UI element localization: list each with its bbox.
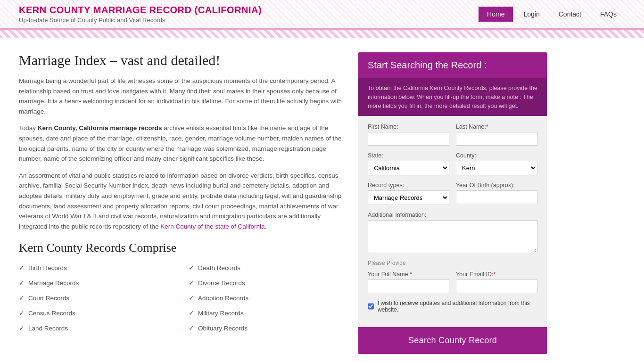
record-land-label: Land Records — [28, 325, 68, 332]
site-subtitle: Up-to-date Source of County Public and V… — [19, 16, 262, 24]
nav-contact[interactable]: Contact — [550, 7, 590, 22]
record-military: ✓ Military Records — [189, 307, 344, 319]
main-nav: Home Login Contact FAQs — [479, 7, 625, 22]
record-court: ✓ Court Records — [19, 292, 174, 304]
state-select[interactable]: California Alaska Arizona Colorado Nevad… — [368, 161, 449, 175]
record-death-label: Death Records — [198, 264, 240, 272]
record-adoption: ✓ Adoption Records — [189, 292, 344, 304]
form-row-contact: Your Full Name:* Your Email ID:* — [368, 271, 537, 293]
paragraph-2: Today Kern County, California marriage r… — [19, 123, 344, 164]
records-grid: ✓ Birth Records ✓ Death Records ✓ Marria… — [19, 262, 344, 334]
check-icon: ✓ — [189, 294, 194, 302]
page-heading: Marriage Index – vast and detailed! — [19, 52, 344, 68]
form-group-county: County: Kern Los Angeles San Diego Sacra… — [456, 152, 537, 175]
form-group-year: Year Of Birth (approx): — [456, 182, 537, 205]
checkbox-label: I wish to receive updates and additional… — [378, 300, 537, 313]
form-row-state-county: State: California Alaska Arizona Colorad… — [368, 152, 537, 175]
record-census-label: Census Records — [28, 310, 75, 317]
record-divorce-label: Divorce Records — [198, 280, 245, 287]
county-label: County: — [456, 152, 537, 159]
records-section-heading: Kern County Records Comprise — [19, 241, 344, 255]
search-county-record-button[interactable]: Search County Record — [358, 327, 547, 354]
additional-info-label: Additional Information: — [368, 212, 537, 218]
year-of-birth-input[interactable] — [456, 190, 537, 204]
additional-info-textarea[interactable] — [368, 220, 537, 253]
full-name-required: * — [410, 271, 412, 278]
record-marriage-label: Marriage Records — [28, 280, 79, 287]
site-header: KERN COUNTY MARRIAGE RECORD (CALIFORNIA)… — [0, 0, 644, 30]
form-group-firstname: First Name: — [368, 123, 449, 146]
kern-county-link[interactable]: Kern County of the state of California — [160, 223, 264, 230]
check-icon: ✓ — [189, 264, 194, 272]
record-death: ✓ Death Records — [189, 262, 344, 274]
site-title: KERN COUNTY MARRIAGE RECORD (CALIFORNIA) — [19, 5, 262, 16]
nav-login[interactable]: Login — [515, 7, 548, 22]
check-icon: ✓ — [19, 309, 25, 317]
check-icon: ✓ — [189, 324, 194, 332]
panel-body: First Name: Last Name:* State: Californi… — [358, 116, 547, 327]
last-name-label: Last Name:* — [456, 123, 537, 130]
check-icon: ✓ — [19, 264, 25, 272]
form-row-record-year: Record types: Marriage Records Birth Rec… — [368, 182, 537, 205]
record-military-label: Military Records — [198, 310, 244, 317]
form-group-additional: Additional Information: — [368, 212, 537, 253]
full-name-input[interactable] — [368, 280, 449, 293]
form-group-email: Your Email ID:* — [456, 271, 537, 293]
form-group-state: State: California Alaska Arizona Colorad… — [368, 152, 449, 175]
record-adoption-label: Adoption Records — [198, 295, 248, 302]
form-group-record-types: Record types: Marriage Records Birth Rec… — [368, 182, 449, 205]
record-land: ✓ Land Records — [19, 322, 174, 334]
paragraph-1: Marriage being a wonderful part of life … — [19, 76, 344, 116]
updates-checkbox-row: I wish to receive updates and additional… — [368, 300, 537, 313]
state-label: State: — [368, 152, 449, 159]
check-icon: ✓ — [19, 294, 25, 302]
first-name-input[interactable] — [368, 132, 449, 146]
panel-title: Start Searching the Record : — [358, 52, 547, 78]
form-group-fullname: Your Full Name:* — [368, 271, 449, 293]
left-content: Marriage Index – vast and detailed! Marr… — [19, 52, 344, 354]
deco-strip — [0, 30, 644, 38]
header-branding: KERN COUNTY MARRIAGE RECORD (CALIFORNIA)… — [19, 5, 262, 24]
full-name-label: Your Full Name:* — [368, 271, 449, 278]
record-marriage: ✓ Marriage Records — [19, 277, 174, 289]
record-birth: ✓ Birth Records — [19, 262, 174, 274]
county-select[interactable]: Kern Los Angeles San Diego Sacramento Fr… — [456, 161, 537, 175]
check-icon: ✓ — [19, 279, 25, 287]
record-types-label: Record types: — [368, 182, 449, 189]
form-row-name: First Name: Last Name:* — [368, 123, 537, 146]
record-census: ✓ Census Records — [19, 307, 174, 319]
email-input[interactable] — [456, 280, 537, 293]
please-provide-label: Please Provide — [368, 260, 537, 266]
email-required: * — [493, 271, 495, 278]
record-obituary-label: Obituary Records — [198, 325, 248, 332]
search-panel: Start Searching the Record : To obtain t… — [358, 52, 547, 354]
updates-checkbox[interactable] — [368, 303, 374, 310]
record-obituary: ✓ Obituary Records — [189, 322, 344, 334]
nav-home[interactable]: Home — [479, 7, 513, 22]
main-container: Marriage Index – vast and detailed! Marr… — [0, 38, 644, 362]
first-name-label: First Name: — [368, 123, 449, 130]
year-of-birth-label: Year Of Birth (approx): — [456, 182, 537, 189]
record-birth-label: Birth Records — [28, 264, 67, 272]
record-types-select[interactable]: Marriage Records Birth Records Death Rec… — [368, 190, 449, 205]
record-divorce: ✓ Divorce Records — [189, 277, 344, 289]
paragraph-3: An assortment of vital and public statis… — [19, 171, 344, 232]
nav-faqs[interactable]: FAQs — [592, 7, 625, 22]
record-court-label: Court Records — [28, 295, 69, 302]
form-group-lastname: Last Name:* — [456, 123, 537, 146]
last-name-input[interactable] — [456, 132, 537, 146]
panel-desc: To obtain the California Kern County Rec… — [358, 78, 547, 116]
check-icon: ✓ — [189, 279, 194, 287]
email-label: Your Email ID:* — [456, 271, 537, 278]
last-name-required: * — [486, 123, 488, 130]
check-icon: ✓ — [19, 324, 25, 332]
check-icon: ✓ — [189, 309, 194, 317]
